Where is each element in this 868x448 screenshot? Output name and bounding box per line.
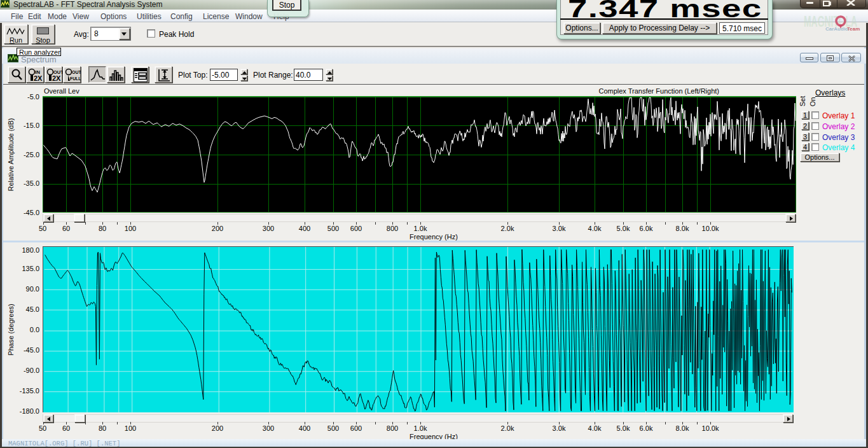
svg-text:2X: 2X — [52, 74, 61, 82]
svg-text:OUT: OUT — [72, 70, 81, 74]
svg-text:Team: Team — [847, 26, 860, 32]
svg-text:CarAudio: CarAudio — [825, 26, 848, 32]
svg-text:FULL: FULL — [70, 76, 81, 81]
svg-text:2X: 2X — [34, 74, 43, 82]
